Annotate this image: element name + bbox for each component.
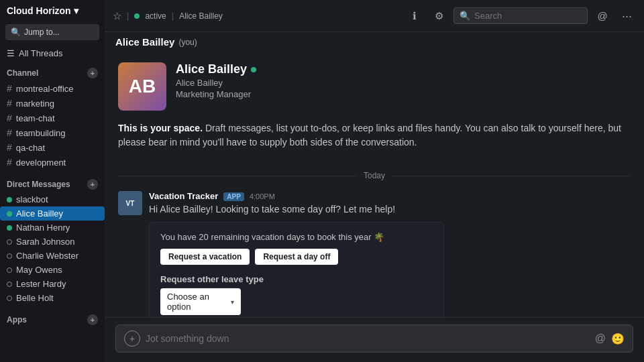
status-dot-alice [7, 211, 12, 217]
add-app-icon[interactable]: + [87, 314, 98, 325]
dm-section-header[interactable]: Direct Messages + [0, 178, 105, 192]
search-box[interactable]: 🔍 [453, 7, 588, 24]
profile-handle: Alice Bailley [176, 78, 256, 88]
hash-icon: # [7, 98, 12, 109]
info-icon[interactable]: ℹ [405, 7, 424, 25]
status-dot-slackbot [7, 197, 12, 202]
at-icon[interactable]: @ [593, 7, 612, 25]
dm-name: Sarah Johnson [16, 237, 74, 247]
status-dot-may [7, 267, 12, 273]
vt-buttons-row: Request a vacation Request a day off [160, 249, 433, 265]
channel-name: team-chat [16, 113, 55, 123]
workspace-title: Cloud Horizon ▾ [7, 5, 78, 16]
dm-item-nathan[interactable]: Nathan Henry [0, 221, 105, 235]
emoji-icon[interactable]: 🙂 [611, 333, 625, 345]
dm-item-charlie[interactable]: Charlie Webster [0, 249, 105, 263]
dm-item-alice[interactable]: Alice Bailley [0, 206, 105, 221]
request-vacation-button[interactable]: Request a vacation [160, 249, 250, 265]
channels-section: Channel + # montreal-office # marketing … [0, 61, 105, 172]
vt-select-placeholder: Choose an option [167, 292, 231, 312]
msg-text: Hi Alice Bailley! Looking to take some d… [149, 202, 631, 217]
topbar: ☆ | active | Alice Bailley ℹ ⚙ 🔍 @ ⋯ [105, 0, 644, 32]
msg-avatar: VT [118, 191, 142, 215]
dm-item-lester[interactable]: Lester Hardy [0, 277, 105, 291]
dm-name: May Owens [16, 265, 62, 275]
today-divider: Today [118, 171, 631, 180]
workspace-name: Cloud Horizon [7, 5, 71, 16]
request-day-off-button[interactable]: Request a day off [255, 249, 338, 265]
topbar-you-label: (you) [178, 38, 197, 47]
dm-section: Direct Messages + slackbot Alice Bailley… [0, 172, 105, 308]
search-input[interactable] [474, 11, 582, 21]
topbar-name-small: Alice Bailley [179, 11, 223, 21]
apps-section-header[interactable]: Apps + [0, 313, 105, 328]
dm-item-slackbot[interactable]: slackbot [0, 192, 105, 206]
dm-name: Belle Holt [16, 293, 54, 303]
topbar-divider2: | [172, 11, 174, 21]
msg-app-badge: APP [223, 192, 244, 201]
msg-sender: Vacation Tracker [149, 191, 218, 201]
apps-label: Apps [7, 315, 27, 324]
jump-to-label: Jump to... [24, 27, 60, 37]
dm-item-sarah[interactable]: Sarah Johnson [0, 235, 105, 249]
channel-item-montreal[interactable]: # montreal-office [0, 81, 105, 96]
channel-item-teambuilding[interactable]: # teambuilding [0, 125, 105, 140]
message-row: VT Vacation Tracker APP 4:00PM Hi Alice … [118, 191, 631, 317]
channel-name: qa-chat [16, 143, 45, 153]
search-icon: 🔍 [460, 11, 470, 21]
channels-label: Channel [7, 68, 38, 78]
topbar-right: ℹ ⚙ 🔍 @ ⋯ [405, 7, 636, 25]
msg-time: 4:00PM [250, 192, 275, 200]
hash-icon: # [7, 83, 12, 94]
settings-icon[interactable]: ⚙ [429, 7, 448, 25]
today-label: Today [364, 171, 385, 180]
vt-select-chevron-icon: ▾ [231, 298, 234, 306]
topbar-active-label: active [145, 11, 166, 21]
msg-header: Vacation Tracker APP 4:00PM [149, 191, 631, 201]
topbar-star-icon[interactable]: ☆ [113, 10, 121, 22]
attach-icon[interactable]: + [124, 330, 140, 347]
channels-section-header[interactable]: Channel + [0, 66, 105, 81]
input-right-icons: @ 🙂 [595, 333, 625, 345]
at-mention-icon[interactable]: @ [595, 333, 606, 345]
profile-info: Alice Bailley Alice Bailley Marketing Ma… [176, 62, 256, 99]
vt-vacation-line: You have 20 remaining vacation days to b… [160, 232, 433, 242]
dm-name: Lester Hardy [16, 279, 66, 289]
input-area: + @ 🙂 [105, 317, 644, 362]
workspace-header[interactable]: Cloud Horizon ▾ [0, 0, 105, 21]
add-dm-icon[interactable]: + [87, 179, 98, 190]
threads-icon: ☰ [7, 48, 15, 58]
profile-role: Marketing Manager [176, 89, 256, 99]
all-threads-item[interactable]: ☰ All Threads [0, 46, 105, 61]
dm-item-belle[interactable]: Belle Holt [0, 291, 105, 305]
jump-to-button[interactable]: 🔍 Jump to... [5, 24, 99, 40]
all-threads-label: All Threads [19, 48, 63, 58]
topbar-divider1: | [127, 11, 129, 21]
channel-item-development[interactable]: # development [0, 155, 105, 170]
status-dot-nathan [7, 225, 12, 231]
dm-item-may[interactable]: May Owens [0, 263, 105, 277]
profile-online-dot [251, 67, 256, 72]
channel-item-marketing[interactable]: # marketing [0, 96, 105, 111]
add-channel-icon[interactable]: + [87, 68, 98, 78]
dm-label: Direct Messages [7, 180, 70, 189]
jump-to-icon: 🔍 [11, 27, 21, 37]
intro-text: This is your space. Draft messages, list… [118, 121, 631, 149]
avatar-text: AB [129, 76, 156, 97]
channel-item-team-chat[interactable]: # team-chat [0, 111, 105, 125]
vt-select[interactable]: Choose an option ▾ [160, 288, 241, 315]
channel-name: marketing [16, 99, 54, 109]
hash-icon: # [7, 127, 12, 138]
vt-other-leave-label: Request other leave type [160, 274, 433, 284]
profile-name-text: Alice Bailley [176, 62, 247, 76]
input-box: + @ 🙂 [115, 324, 633, 353]
topbar-status-dot [134, 13, 140, 19]
status-dot-belle [7, 296, 12, 301]
apps-section: Apps + [0, 308, 105, 330]
hash-icon: # [7, 157, 12, 168]
more-icon[interactable]: ⋯ [617, 7, 636, 25]
chat-area: AB Alice Bailley Alice Bailley Marketing… [105, 52, 644, 317]
message-input[interactable] [146, 333, 590, 344]
channel-item-qa-chat[interactable]: # qa-chat [0, 140, 105, 155]
dm-name: Alice Bailley [16, 208, 63, 219]
